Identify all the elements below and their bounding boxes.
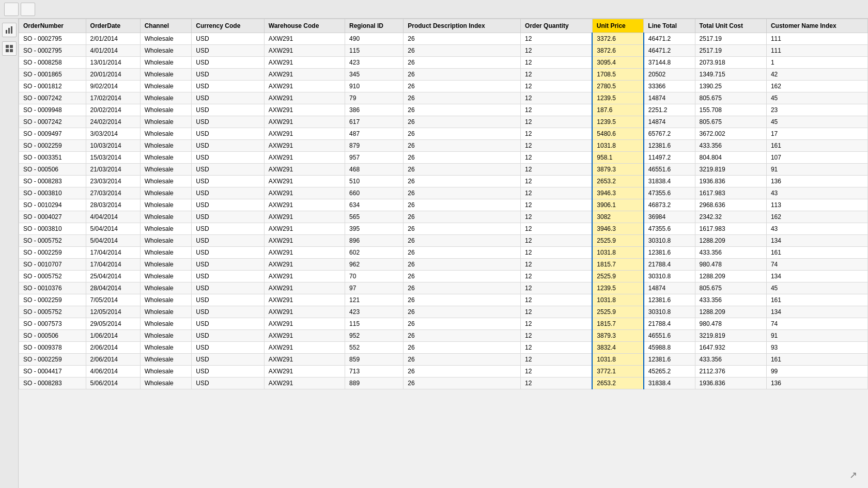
cell-regionalid: 490 xyxy=(345,33,404,45)
cell-warehousecode: AXW291 xyxy=(264,354,345,366)
column-header-customernameindex[interactable]: Customer Name Index xyxy=(766,19,867,33)
cell-productdescriptionindex: 26 xyxy=(404,92,521,104)
sidebar xyxy=(0,19,19,488)
table-row[interactable]: SO - 000381027/03/2014WholesaleUSDAXW291… xyxy=(19,187,868,199)
table-row[interactable]: SO - 000575225/04/2014WholesaleUSDAXW291… xyxy=(19,271,868,282)
cell-totalunitcost: 2517.19 xyxy=(695,45,766,57)
cell-orderdate: 25/04/2014 xyxy=(86,271,140,282)
cell-productdescriptionindex: 26 xyxy=(404,342,521,354)
cell-totalunitcost: 805.675 xyxy=(695,92,766,104)
grid-icon[interactable] xyxy=(2,41,17,56)
cell-orderdate: 5/06/2014 xyxy=(86,377,140,389)
table-row[interactable]: SO - 000186520/01/2014WholesaleUSDAXW291… xyxy=(19,69,868,81)
chart-icon[interactable] xyxy=(2,23,17,37)
table-row[interactable]: SO - 001029428/03/2014WholesaleUSDAXW291… xyxy=(19,199,868,211)
column-header-currencycode[interactable]: Currency Code xyxy=(192,19,265,33)
cell-unitprice: 2653.2 xyxy=(592,176,644,187)
cell-customernameindex: 91 xyxy=(766,330,867,342)
cell-orderdate: 28/03/2014 xyxy=(86,199,140,211)
cell-productdescriptionindex: 26 xyxy=(404,128,521,140)
column-header-orderdate[interactable]: OrderDate xyxy=(86,19,140,33)
cell-channel: Wholesale xyxy=(140,223,192,235)
column-header-warehousecode[interactable]: Warehouse Code xyxy=(264,19,345,33)
column-header-linetotal[interactable]: Line Total xyxy=(644,19,695,33)
column-header-ordernumber[interactable]: OrderNumber xyxy=(19,19,86,33)
cell-channel: Wholesale xyxy=(140,354,192,366)
cell-totalunitcost: 433.356 xyxy=(695,140,766,152)
cell-orderquantity: 12 xyxy=(521,211,593,223)
table-row[interactable]: SO - 000994820/02/2014WholesaleUSDAXW291… xyxy=(19,104,868,116)
cell-currencycode: USD xyxy=(192,330,265,342)
cell-customernameindex: 161 xyxy=(766,354,867,366)
cell-customernameindex: 1 xyxy=(766,57,867,69)
cell-orderquantity: 12 xyxy=(521,259,593,271)
cell-regionalid: 510 xyxy=(345,176,404,187)
table-row[interactable]: SO - 00082835/06/2014WholesaleUSDAXW2918… xyxy=(19,377,868,389)
cell-regionalid: 660 xyxy=(345,187,404,199)
cell-unitprice: 3772.1 xyxy=(592,366,644,377)
table-row[interactable]: SO - 00057525/04/2014WholesaleUSDAXW2918… xyxy=(19,235,868,247)
cell-linetotal: 21788.4 xyxy=(644,318,695,330)
table-row[interactable]: SO - 000225910/03/2014WholesaleUSDAXW291… xyxy=(19,140,868,152)
cell-currencycode: USD xyxy=(192,69,265,81)
table-row[interactable]: SO - 00018129/02/2014WholesaleUSDAXW2919… xyxy=(19,81,868,92)
table-row[interactable]: SO - 000575212/05/2014WholesaleUSDAXW291… xyxy=(19,306,868,318)
cell-customernameindex: 74 xyxy=(766,318,867,330)
table-row[interactable]: SO - 00027952/01/2014WholesaleUSDAXW2914… xyxy=(19,33,868,45)
cell-customernameindex: 136 xyxy=(766,176,867,187)
table-row[interactable]: SO - 00094973/03/2014WholesaleUSDAXW2914… xyxy=(19,128,868,140)
table-row[interactable]: SO - 001037628/04/2014WholesaleUSDAXW291… xyxy=(19,282,868,294)
cell-linetotal: 47355.6 xyxy=(644,223,695,235)
close-button[interactable] xyxy=(4,3,19,16)
cell-productdescriptionindex: 26 xyxy=(404,354,521,366)
table-row[interactable]: SO - 00044174/06/2014WholesaleUSDAXW2917… xyxy=(19,366,868,377)
cell-channel: Wholesale xyxy=(140,140,192,152)
table-row[interactable]: SO - 000724217/02/2014WholesaleUSDAXW291… xyxy=(19,92,868,104)
cell-currencycode: USD xyxy=(192,164,265,176)
column-header-orderquantity[interactable]: Order Quantity xyxy=(521,19,593,33)
table-row[interactable]: SO - 000828323/03/2014WholesaleUSDAXW291… xyxy=(19,176,868,187)
table-row[interactable]: SO - 00022597/05/2014WholesaleUSDAXW2911… xyxy=(19,294,868,306)
column-header-productdescriptionindex[interactable]: Product Description Index xyxy=(404,19,521,33)
cell-channel: Wholesale xyxy=(140,104,192,116)
cell-currencycode: USD xyxy=(192,318,265,330)
cell-orderquantity: 12 xyxy=(521,187,593,199)
table-row[interactable]: SO - 000335115/03/2014WholesaleUSDAXW291… xyxy=(19,152,868,164)
table-row[interactable]: SO - 000825813/01/2014WholesaleUSDAXW291… xyxy=(19,57,868,69)
cell-linetotal: 30310.8 xyxy=(644,235,695,247)
cell-currencycode: USD xyxy=(192,92,265,104)
cell-orderquantity: 12 xyxy=(521,33,593,45)
cell-warehousecode: AXW291 xyxy=(264,342,345,354)
cell-productdescriptionindex: 26 xyxy=(404,235,521,247)
table-row[interactable]: SO - 00027954/01/2014WholesaleUSDAXW2911… xyxy=(19,45,868,57)
cell-orderdate: 1/06/2014 xyxy=(86,330,140,342)
cell-totalunitcost: 804.804 xyxy=(695,152,766,164)
table-row[interactable]: SO - 0005061/06/2014WholesaleUSDAXW29195… xyxy=(19,330,868,342)
table-row[interactable]: SO - 000724224/02/2014WholesaleUSDAXW291… xyxy=(19,116,868,128)
table-row[interactable]: SO - 001070717/04/2014WholesaleUSDAXW291… xyxy=(19,259,868,271)
cell-orderquantity: 12 xyxy=(521,116,593,128)
table-row[interactable]: SO - 00093782/06/2014WholesaleUSDAXW2915… xyxy=(19,342,868,354)
cell-ordernumber: SO - 000506 xyxy=(19,330,86,342)
table-row[interactable]: SO - 00050621/03/2014WholesaleUSDAXW2914… xyxy=(19,164,868,176)
column-header-totalunitcost[interactable]: Total Unit Cost xyxy=(695,19,766,33)
cell-channel: Wholesale xyxy=(140,176,192,187)
cell-customernameindex: 45 xyxy=(766,116,867,128)
cell-currencycode: USD xyxy=(192,45,265,57)
cell-warehousecode: AXW291 xyxy=(264,199,345,211)
table-row[interactable]: SO - 000225917/04/2014WholesaleUSDAXW291… xyxy=(19,247,868,259)
cell-orderdate: 24/02/2014 xyxy=(86,116,140,128)
cell-ordernumber: SO - 0002259 xyxy=(19,140,86,152)
column-header-regionalid[interactable]: Regional ID xyxy=(345,19,404,33)
table-row[interactable]: SO - 00022592/06/2014WholesaleUSDAXW2918… xyxy=(19,354,868,366)
table-row[interactable]: SO - 00038105/04/2014WholesaleUSDAXW2913… xyxy=(19,223,868,235)
table-row[interactable]: SO - 000757329/05/2014WholesaleUSDAXW291… xyxy=(19,318,868,330)
column-header-channel[interactable]: Channel xyxy=(140,19,192,33)
cell-warehousecode: AXW291 xyxy=(264,377,345,389)
confirm-button[interactable] xyxy=(21,3,35,16)
cell-orderdate: 27/03/2014 xyxy=(86,187,140,199)
column-header-unitprice[interactable]: Unit Price xyxy=(592,19,644,33)
cell-linetotal: 36984 xyxy=(644,211,695,223)
cell-channel: Wholesale xyxy=(140,116,192,128)
table-row[interactable]: SO - 00040274/04/2014WholesaleUSDAXW2915… xyxy=(19,211,868,223)
